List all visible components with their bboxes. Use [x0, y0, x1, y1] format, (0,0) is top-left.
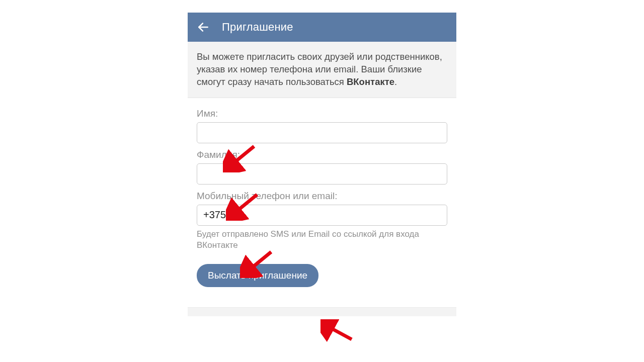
back-button[interactable]: [195, 19, 212, 36]
surname-input[interactable]: [197, 163, 447, 185]
phone-hint: Будет отправлено SMS или Email со ссылко…: [197, 229, 447, 251]
stage: Приглашение Вы можете пригласить своих д…: [0, 0, 644, 362]
name-input[interactable]: [197, 122, 447, 143]
description-text: Вы можете пригласить своих друзей или ро…: [197, 51, 442, 87]
annotation-arrow-icon: [320, 319, 356, 344]
invite-form: Имя: Фамилия: Мобильный телефон или emai…: [188, 98, 456, 298]
page-title: Приглашение: [222, 21, 293, 34]
footer-strip: [188, 307, 456, 316]
send-invite-button[interactable]: Выслать приглашение: [197, 264, 318, 287]
name-label: Имя:: [197, 108, 447, 119]
header-bar: Приглашение: [188, 13, 456, 42]
description-block: Вы можете пригласить своих друзей или ро…: [188, 42, 456, 98]
phone-label: Мобильный телефон или email:: [197, 191, 447, 202]
phone-screen: Приглашение Вы можете пригласить своих д…: [187, 12, 457, 317]
brand-name: ВКонтакте: [347, 76, 394, 87]
description-tail: .: [394, 76, 397, 87]
arrow-left-icon: [197, 21, 210, 34]
phone-input[interactable]: [197, 205, 447, 226]
surname-label: Фамилия:: [197, 149, 447, 160]
svg-line-8: [328, 326, 352, 339]
